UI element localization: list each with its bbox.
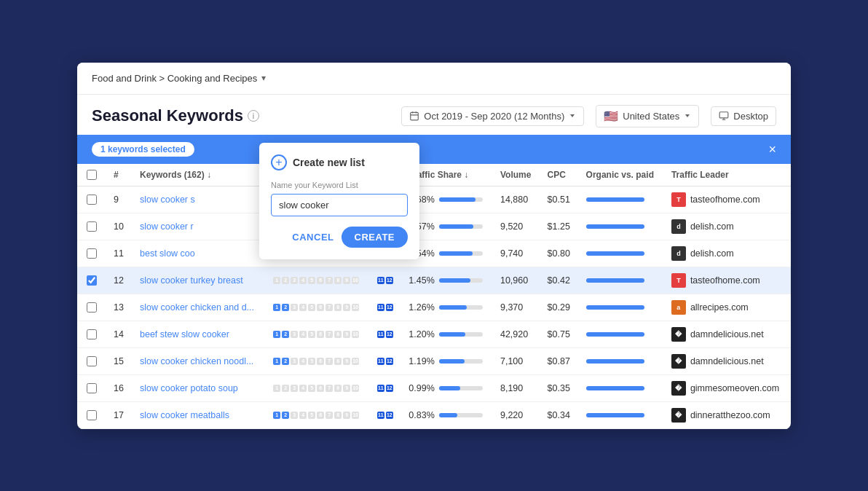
table-header-row: # Keywords (162) ↓ Dec Traffic Share ↓ V… [77, 164, 791, 186]
month-dots: 12345678910 [273, 385, 363, 392]
popup-title-text: Create new list [293, 157, 365, 168]
keyword-link[interactable]: best slow coo [140, 248, 195, 259]
device-text: Desktop [733, 111, 768, 122]
table-row: 10slow cooker r1234567891011121.57%9,520… [77, 213, 791, 240]
country-text: United States [623, 111, 679, 122]
cancel-button[interactable]: CANCEL [292, 232, 334, 243]
row-checkbox[interactable] [87, 221, 97, 232]
traffic-share-cell: 1.26% [401, 294, 493, 321]
traffic-leader-cell: ddelish.com [664, 240, 791, 267]
traffic-share-cell: 1.20% [401, 321, 493, 347]
keyword-link[interactable]: slow cooker potato soup [140, 383, 238, 393]
keyword-link[interactable]: slow cooker s [140, 195, 195, 205]
row-checkbox[interactable] [87, 195, 97, 205]
cpc-cell: $0.75 [540, 321, 579, 347]
cpc-cell: $0.80 [540, 240, 579, 267]
row-number: 13 [106, 294, 133, 321]
select-all-checkbox[interactable] [87, 170, 97, 180]
create-button[interactable]: CREATE [342, 227, 408, 248]
table-row: 9slow cooker s1234567891011121.68%14,880… [77, 186, 791, 213]
page-title: Seasonal Keywords i [92, 106, 259, 125]
row-checkbox[interactable] [87, 356, 97, 366]
organic-paid-cell [579, 240, 664, 267]
device-button[interactable]: Desktop [711, 106, 776, 126]
table-container: # Keywords (162) ↓ Dec Traffic Share ↓ V… [77, 164, 791, 429]
volume-cell: 9,520 [493, 213, 540, 240]
info-icon[interactable]: i [248, 110, 259, 122]
dec-cell: 1112 [370, 374, 401, 401]
selection-bar: 1 keywords selected × [77, 135, 791, 164]
row-number: 11 [106, 240, 133, 267]
popup-title: + Create new list [271, 154, 408, 170]
organic-paid-cell [579, 321, 664, 347]
header-organic-col[interactable]: Organic vs. paid [579, 164, 664, 186]
row-checkbox[interactable] [87, 383, 97, 393]
table-row: 15slow cooker chicken noodl...1234567891… [77, 347, 791, 374]
keyword-list-name-input[interactable] [271, 194, 408, 216]
row-number: 12 [106, 267, 133, 294]
traffic-leader-cell: �damndelicious.net [664, 347, 791, 374]
header-leader-col[interactable]: Traffic Leader [664, 164, 791, 186]
row-checkbox[interactable] [87, 302, 97, 313]
dec-cell: 1112 [370, 347, 401, 374]
keyword-link[interactable]: beef stew slow cooker [140, 329, 229, 339]
volume-cell: 14,880 [493, 186, 540, 213]
month-dots: 12345678910 [273, 358, 363, 365]
country-button[interactable]: 🇺🇸 United States [596, 105, 699, 127]
table-row: 11best slow coo1234567891011121.54%9,740… [77, 240, 791, 267]
table-row: 14beef stew slow cooker1234567891011121.… [77, 321, 791, 347]
cpc-cell: $0.34 [540, 401, 579, 428]
selection-badge: 1 keywords selected [92, 142, 194, 157]
breadcrumb-dropdown-icon[interactable]: ▾ [261, 73, 266, 83]
date-range-button[interactable]: Oct 2019 - Sep 2020 (12 Months) [401, 106, 584, 126]
traffic-leader-cell: �gimmesomeoven.com [664, 374, 791, 401]
traffic-leader-cell: aallrecipes.com [664, 294, 791, 321]
organic-paid-cell [579, 267, 664, 294]
keyword-link[interactable]: slow cooker meatballs [140, 410, 229, 420]
breadcrumb: Food and Drink > Cooking and Recipes [92, 73, 257, 84]
row-number: 16 [106, 374, 133, 401]
header-cpc-col[interactable]: CPC [540, 164, 579, 186]
row-checkbox[interactable] [87, 410, 97, 420]
volume-cell: 42,920 [493, 321, 540, 347]
organic-paid-cell [579, 374, 664, 401]
table-row: 17slow cooker meatballs1234567891011120.… [77, 401, 791, 428]
table-row: 16slow cooker potato soup123456789101112… [77, 374, 791, 401]
row-number: 17 [106, 401, 133, 428]
keyword-link[interactable]: slow cooker chicken and d... [140, 302, 254, 313]
cpc-cell: $0.87 [540, 347, 579, 374]
row-checkbox[interactable] [87, 329, 97, 339]
row-number: 15 [106, 347, 133, 374]
page-title-text: Seasonal Keywords [92, 106, 243, 125]
keyword-link[interactable]: slow cooker turkey breast [140, 275, 243, 286]
svg-rect-0 [411, 112, 419, 120]
organic-paid-cell [579, 213, 664, 240]
cpc-cell: $0.51 [540, 186, 579, 213]
header-volume-col[interactable]: Volume [493, 164, 540, 186]
row-checkbox[interactable] [87, 275, 97, 286]
plus-icon: + [271, 154, 287, 170]
main-card: Food and Drink > Cooking and Recipes ▾ S… [77, 63, 791, 429]
row-checkbox[interactable] [87, 248, 97, 259]
traffic-leader-cell: Ttasteofhome.com [664, 186, 791, 213]
top-bar: Food and Drink > Cooking and Recipes ▾ [77, 63, 791, 95]
organic-paid-cell [579, 186, 664, 213]
keywords-table: # Keywords (162) ↓ Dec Traffic Share ↓ V… [77, 164, 791, 429]
traffic-leader-cell: Ttasteofhome.com [664, 267, 791, 294]
cpc-cell: $0.35 [540, 374, 579, 401]
volume-cell: 7,100 [493, 347, 540, 374]
volume-cell: 10,960 [493, 267, 540, 294]
keyword-link[interactable]: slow cooker r [140, 221, 194, 232]
traffic-share-cell: 0.83% [401, 401, 493, 428]
traffic-share-cell: 1.45% [401, 267, 493, 294]
dec-cell: 1112 [370, 267, 401, 294]
cpc-cell: $0.29 [540, 294, 579, 321]
row-number: 14 [106, 321, 133, 347]
svg-rect-4 [719, 112, 728, 118]
keyword-link[interactable]: slow cooker chicken noodl... [140, 356, 253, 366]
selection-close-icon[interactable]: × [768, 143, 776, 156]
organic-paid-cell [579, 401, 664, 428]
traffic-leader-cell: ddelish.com [664, 213, 791, 240]
header-keywords-col[interactable]: Keywords (162) ↓ [133, 164, 266, 186]
header-checkbox-col [77, 164, 106, 186]
